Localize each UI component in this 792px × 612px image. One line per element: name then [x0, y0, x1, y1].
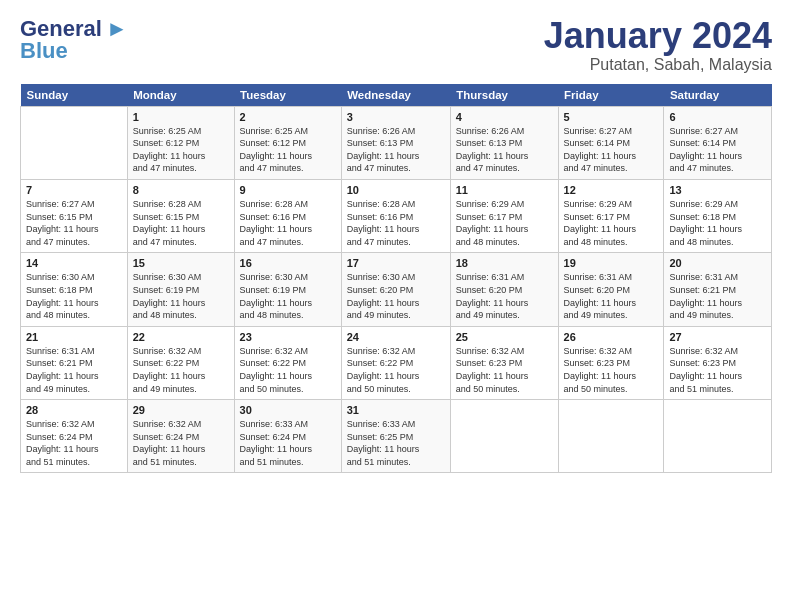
day-number: 9 — [240, 184, 336, 196]
calendar-cell: 18Sunrise: 6:31 AM Sunset: 6:20 PM Dayli… — [450, 253, 558, 326]
calendar-cell: 4Sunrise: 6:26 AM Sunset: 6:13 PM Daylig… — [450, 106, 558, 179]
day-info: Sunrise: 6:26 AM Sunset: 6:13 PM Dayligh… — [347, 125, 445, 175]
day-number: 25 — [456, 331, 553, 343]
week-row: 21Sunrise: 6:31 AM Sunset: 6:21 PM Dayli… — [21, 326, 772, 399]
calendar-title: January 2024 — [544, 16, 772, 56]
column-header-friday: Friday — [558, 84, 664, 107]
calendar-table: SundayMondayTuesdayWednesdayThursdayFrid… — [20, 84, 772, 474]
day-info: Sunrise: 6:25 AM Sunset: 6:12 PM Dayligh… — [133, 125, 229, 175]
calendar-cell: 5Sunrise: 6:27 AM Sunset: 6:14 PM Daylig… — [558, 106, 664, 179]
day-number: 1 — [133, 111, 229, 123]
day-info: Sunrise: 6:32 AM Sunset: 6:22 PM Dayligh… — [240, 345, 336, 395]
day-info: Sunrise: 6:30 AM Sunset: 6:20 PM Dayligh… — [347, 271, 445, 321]
day-number: 7 — [26, 184, 122, 196]
calendar-cell: 13Sunrise: 6:29 AM Sunset: 6:18 PM Dayli… — [664, 179, 772, 252]
calendar-cell: 6Sunrise: 6:27 AM Sunset: 6:14 PM Daylig… — [664, 106, 772, 179]
day-info: Sunrise: 6:32 AM Sunset: 6:23 PM Dayligh… — [669, 345, 766, 395]
calendar-cell: 12Sunrise: 6:29 AM Sunset: 6:17 PM Dayli… — [558, 179, 664, 252]
column-header-thursday: Thursday — [450, 84, 558, 107]
logo: General ► Blue — [20, 16, 128, 64]
day-info: Sunrise: 6:31 AM Sunset: 6:21 PM Dayligh… — [669, 271, 766, 321]
day-info: Sunrise: 6:32 AM Sunset: 6:23 PM Dayligh… — [564, 345, 659, 395]
day-number: 28 — [26, 404, 122, 416]
day-number: 15 — [133, 257, 229, 269]
week-row: 14Sunrise: 6:30 AM Sunset: 6:18 PM Dayli… — [21, 253, 772, 326]
week-row: 7Sunrise: 6:27 AM Sunset: 6:15 PM Daylig… — [21, 179, 772, 252]
logo-bird-icon: ► — [106, 16, 128, 42]
day-number: 3 — [347, 111, 445, 123]
calendar-cell: 30Sunrise: 6:33 AM Sunset: 6:24 PM Dayli… — [234, 400, 341, 473]
day-number: 8 — [133, 184, 229, 196]
calendar-cell: 11Sunrise: 6:29 AM Sunset: 6:17 PM Dayli… — [450, 179, 558, 252]
calendar-cell: 25Sunrise: 6:32 AM Sunset: 6:23 PM Dayli… — [450, 326, 558, 399]
day-info: Sunrise: 6:31 AM Sunset: 6:20 PM Dayligh… — [456, 271, 553, 321]
day-number: 23 — [240, 331, 336, 343]
column-header-saturday: Saturday — [664, 84, 772, 107]
calendar-cell: 26Sunrise: 6:32 AM Sunset: 6:23 PM Dayli… — [558, 326, 664, 399]
day-info: Sunrise: 6:32 AM Sunset: 6:24 PM Dayligh… — [133, 418, 229, 468]
day-number: 6 — [669, 111, 766, 123]
calendar-cell: 27Sunrise: 6:32 AM Sunset: 6:23 PM Dayli… — [664, 326, 772, 399]
day-number: 5 — [564, 111, 659, 123]
page-header: General ► Blue January 2024 Putatan, Sab… — [20, 16, 772, 74]
title-block: January 2024 Putatan, Sabah, Malaysia — [544, 16, 772, 74]
day-info: Sunrise: 6:30 AM Sunset: 6:18 PM Dayligh… — [26, 271, 122, 321]
day-info: Sunrise: 6:33 AM Sunset: 6:24 PM Dayligh… — [240, 418, 336, 468]
day-number: 10 — [347, 184, 445, 196]
header-row: SundayMondayTuesdayWednesdayThursdayFrid… — [21, 84, 772, 107]
calendar-cell: 7Sunrise: 6:27 AM Sunset: 6:15 PM Daylig… — [21, 179, 128, 252]
day-number: 29 — [133, 404, 229, 416]
calendar-cell: 8Sunrise: 6:28 AM Sunset: 6:15 PM Daylig… — [127, 179, 234, 252]
day-number: 31 — [347, 404, 445, 416]
day-number: 17 — [347, 257, 445, 269]
day-info: Sunrise: 6:29 AM Sunset: 6:17 PM Dayligh… — [564, 198, 659, 248]
day-number: 13 — [669, 184, 766, 196]
calendar-cell: 19Sunrise: 6:31 AM Sunset: 6:20 PM Dayli… — [558, 253, 664, 326]
calendar-cell — [664, 400, 772, 473]
week-row: 1Sunrise: 6:25 AM Sunset: 6:12 PM Daylig… — [21, 106, 772, 179]
day-number: 27 — [669, 331, 766, 343]
day-number: 24 — [347, 331, 445, 343]
column-header-tuesday: Tuesday — [234, 84, 341, 107]
calendar-cell: 9Sunrise: 6:28 AM Sunset: 6:16 PM Daylig… — [234, 179, 341, 252]
calendar-cell: 20Sunrise: 6:31 AM Sunset: 6:21 PM Dayli… — [664, 253, 772, 326]
calendar-cell — [558, 400, 664, 473]
column-header-sunday: Sunday — [21, 84, 128, 107]
day-info: Sunrise: 6:33 AM Sunset: 6:25 PM Dayligh… — [347, 418, 445, 468]
day-number: 14 — [26, 257, 122, 269]
calendar-cell: 24Sunrise: 6:32 AM Sunset: 6:22 PM Dayli… — [341, 326, 450, 399]
column-header-monday: Monday — [127, 84, 234, 107]
calendar-cell: 28Sunrise: 6:32 AM Sunset: 6:24 PM Dayli… — [21, 400, 128, 473]
day-info: Sunrise: 6:32 AM Sunset: 6:22 PM Dayligh… — [133, 345, 229, 395]
logo-blue-text: Blue — [20, 38, 68, 64]
calendar-cell — [21, 106, 128, 179]
day-number: 21 — [26, 331, 122, 343]
calendar-cell: 14Sunrise: 6:30 AM Sunset: 6:18 PM Dayli… — [21, 253, 128, 326]
day-number: 16 — [240, 257, 336, 269]
day-info: Sunrise: 6:27 AM Sunset: 6:14 PM Dayligh… — [564, 125, 659, 175]
day-info: Sunrise: 6:27 AM Sunset: 6:15 PM Dayligh… — [26, 198, 122, 248]
calendar-cell: 16Sunrise: 6:30 AM Sunset: 6:19 PM Dayli… — [234, 253, 341, 326]
day-number: 19 — [564, 257, 659, 269]
calendar-cell: 3Sunrise: 6:26 AM Sunset: 6:13 PM Daylig… — [341, 106, 450, 179]
day-info: Sunrise: 6:29 AM Sunset: 6:18 PM Dayligh… — [669, 198, 766, 248]
calendar-cell: 17Sunrise: 6:30 AM Sunset: 6:20 PM Dayli… — [341, 253, 450, 326]
day-info: Sunrise: 6:31 AM Sunset: 6:20 PM Dayligh… — [564, 271, 659, 321]
column-header-wednesday: Wednesday — [341, 84, 450, 107]
calendar-cell: 15Sunrise: 6:30 AM Sunset: 6:19 PM Dayli… — [127, 253, 234, 326]
day-number: 12 — [564, 184, 659, 196]
day-info: Sunrise: 6:26 AM Sunset: 6:13 PM Dayligh… — [456, 125, 553, 175]
calendar-subtitle: Putatan, Sabah, Malaysia — [544, 56, 772, 74]
day-info: Sunrise: 6:30 AM Sunset: 6:19 PM Dayligh… — [240, 271, 336, 321]
day-number: 4 — [456, 111, 553, 123]
day-info: Sunrise: 6:32 AM Sunset: 6:22 PM Dayligh… — [347, 345, 445, 395]
day-info: Sunrise: 6:27 AM Sunset: 6:14 PM Dayligh… — [669, 125, 766, 175]
day-number: 18 — [456, 257, 553, 269]
day-info: Sunrise: 6:28 AM Sunset: 6:15 PM Dayligh… — [133, 198, 229, 248]
calendar-cell: 22Sunrise: 6:32 AM Sunset: 6:22 PM Dayli… — [127, 326, 234, 399]
calendar-cell: 21Sunrise: 6:31 AM Sunset: 6:21 PM Dayli… — [21, 326, 128, 399]
calendar-cell: 23Sunrise: 6:32 AM Sunset: 6:22 PM Dayli… — [234, 326, 341, 399]
day-number: 2 — [240, 111, 336, 123]
calendar-cell: 2Sunrise: 6:25 AM Sunset: 6:12 PM Daylig… — [234, 106, 341, 179]
calendar-cell: 29Sunrise: 6:32 AM Sunset: 6:24 PM Dayli… — [127, 400, 234, 473]
